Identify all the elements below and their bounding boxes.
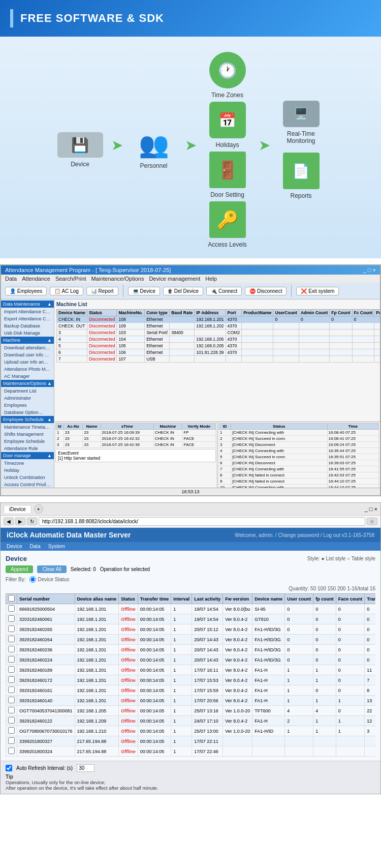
sidebar-item-timezone[interactable]: Timezone [1,460,54,467]
row-checkbox[interactable] [8,625,15,632]
row-checkbox[interactable] [8,615,15,622]
btn-connect[interactable]: 🔌 Connect [206,287,242,295]
log-col-name: Name [83,424,101,430]
amp-menu-maintenance[interactable]: Maintenance/Options [91,276,144,282]
sidebar-item-dluserinfo[interactable]: Download user info and Fp [1,351,54,358]
sidebar-item-timetable[interactable]: Maintenance Timetables [1,424,54,431]
refresh-btn[interactable]: ↻ [27,518,37,525]
sidebar-section-machine[interactable]: Machine ▲ [1,337,54,344]
row-checkbox[interactable] [8,727,15,734]
sidebar-item-employees[interactable]: Employees [1,402,54,409]
sidebar-item-empschedule[interactable]: Employee Schedule [1,438,54,445]
sidebar-item-export[interactable]: Export Attendance Checking Data [1,315,54,322]
machine-cell [374,323,380,330]
sidebar-item-attrule[interactable]: Attendance Rule [1,445,54,452]
row-checkbox[interactable] [8,666,15,673]
select-all-checkbox[interactable] [8,595,15,602]
iclock-cell: 17/07 22:11 [192,736,223,746]
row-checkbox-cell[interactable] [6,716,17,726]
sidebar-item-shifts[interactable]: Shifts Management [1,431,54,438]
row-checkbox-cell[interactable] [6,635,17,645]
style-toggle[interactable]: Style: ● List style ○ Table style [307,556,375,561]
row-checkbox-cell[interactable] [6,726,17,736]
row-checkbox[interactable] [8,747,15,754]
sidebar-item-ac[interactable]: AC Manager [1,373,54,380]
sidebar-section-maintenance[interactable]: Maintenance/Options ▲ [1,380,54,387]
row-checkbox-cell[interactable] [6,685,17,696]
row-checkbox-cell[interactable] [6,614,17,624]
row-checkbox-cell[interactable] [6,645,17,655]
btn-exit[interactable]: ❌ Exit system [296,287,339,295]
sidebar-item-backup[interactable]: Backup Database [1,322,54,330]
sidebar-item-import[interactable]: Import Attendance Checking Data [1,308,54,315]
browser-tab[interactable]: iDevice [4,505,31,513]
row-checkbox[interactable] [8,737,15,744]
row-checkbox[interactable] [8,676,15,683]
row-checkbox-cell[interactable] [6,746,17,757]
machine-cell [374,330,380,336]
row-checkbox-cell[interactable] [6,736,17,746]
row-checkbox[interactable] [8,707,15,713]
iclock-cell: TFT600 [252,706,285,716]
submenu-device[interactable]: Device [7,544,22,549]
btn-disconnect[interactable]: ⛔ Disconnect [245,287,287,295]
back-btn[interactable]: ◀ [4,518,14,525]
iclock-cell: Offline [119,655,138,665]
sidebar-item-dllog[interactable]: Download attendance logs [1,344,54,351]
sidebar-item-uploaduser[interactable]: Upload user info and FP [1,358,54,366]
row-checkbox[interactable] [8,636,15,642]
row-checkbox-cell[interactable] [6,675,17,685]
btn-report[interactable]: 📊 Report [86,287,118,295]
row-checkbox-cell[interactable] [6,696,17,706]
amp-menu-search[interactable]: Search/Print [55,276,86,282]
row-checkbox[interactable] [8,656,15,663]
diagram-timezones: 🕐 Time Zones [200,52,256,99]
tip-label: Tip [6,774,13,780]
iclock-cell: 0 [313,635,336,645]
sidebar-item-admin[interactable]: Administrator [1,395,54,402]
sidebar-section-data[interactable]: Data Maintenance ▲ [1,301,54,308]
sidebar-section-door[interactable]: Door manage ▲ [1,452,54,459]
row-checkbox-cell[interactable] [6,706,17,716]
btn-clearall[interactable]: Clear All [37,565,66,573]
btn-device[interactable]: 💻 Device [128,287,160,295]
interval-input[interactable] [77,764,94,772]
row-checkbox-cell[interactable] [6,604,17,614]
sidebar-item-usb[interactable]: Usb Disk Manage [1,330,54,337]
row-checkbox[interactable] [8,686,15,693]
iclock-cell: 1 [285,685,313,696]
filter-radio[interactable] [29,576,36,583]
iclock-cell: 20/07 14:43 [192,645,223,655]
amp-menu-attendance[interactable]: Attendance [22,276,50,282]
row-checkbox-cell[interactable] [6,655,17,665]
auto-refresh-checkbox[interactable] [6,765,12,771]
amp-menu-data[interactable]: Data [5,276,17,282]
bookmark-btn[interactable]: ☆ [367,518,377,525]
btn-aclog[interactable]: 📋 AC Log [50,287,83,295]
row-checkbox[interactable] [8,646,15,652]
sidebar-item-unlock[interactable]: Unlock Combination [1,474,54,481]
forward-btn[interactable]: ▶ [15,518,25,525]
sidebar-item-acprivilege[interactable]: Access Control Privilege [1,481,54,488]
col-machineno: MachineNo. [117,310,145,316]
sidebar-section-schedule[interactable]: Employee Schedule ▲ [1,416,54,423]
row-checkbox-cell[interactable] [6,665,17,675]
url-bar[interactable] [39,517,365,526]
filter-option[interactable]: Device Status [29,576,69,583]
row-checkbox-cell[interactable] [6,624,17,635]
btn-deldevice[interactable]: 🗑 Del Device [163,287,203,295]
submenu-data[interactable]: Data [30,544,41,549]
row-checkbox[interactable] [8,717,15,724]
submenu-system[interactable]: System [48,544,65,549]
sidebar-item-dbopt[interactable]: Database Option... [1,409,54,416]
amp-menu-help[interactable]: Help [205,276,217,282]
btn-append[interactable]: Append [6,565,33,573]
sidebar-item-dept[interactable]: Department List [1,387,54,395]
row-checkbox[interactable] [8,605,15,612]
new-tab-btn[interactable]: + [34,504,43,514]
amp-menu-device[interactable]: Device management [149,276,200,282]
sidebar-item-holiday[interactable]: Holiday [1,467,54,474]
row-checkbox[interactable] [8,697,15,703]
sidebar-item-photo[interactable]: Attendance Photo Management [1,366,54,373]
btn-employees[interactable]: 👤 Employees [5,287,47,295]
